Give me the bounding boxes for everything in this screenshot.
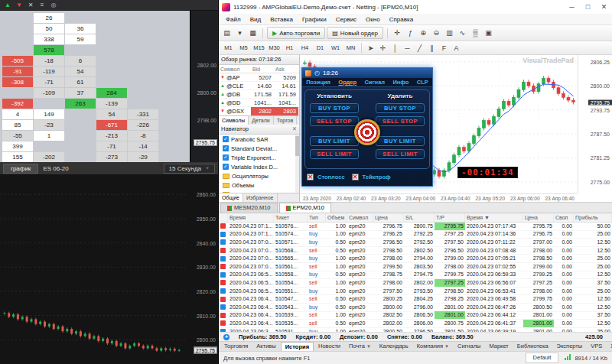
timeframe-H1[interactable]: H1 — [282, 43, 297, 53]
period-select[interactable]: 15 Секунда ▼ — [164, 164, 215, 174]
history-row[interactable]: 2020.04.23 07:0...510561...sell1.00epm20… — [219, 263, 612, 271]
cursor-icon[interactable]: ➤ — [365, 42, 376, 54]
navigator-item[interactable]: Объемы — [219, 180, 299, 190]
ladder-cell[interactable]: -119 — [34, 67, 64, 76]
titlebar[interactable]: 1132999 - AMPGlobalEU-Demo.Демо-счет - N… — [219, 0, 612, 14]
sell-limit-button[interactable]: SELL LIMIT — [310, 149, 359, 159]
timeframe-H4[interactable]: H4 — [298, 43, 312, 53]
history-column[interactable]: Время ▼ — [465, 213, 523, 222]
history-row[interactable]: 2020.04.23 07:0...510565...buy1.00epm202… — [219, 255, 612, 263]
checkbox-icon[interactable]: ✓ — [223, 154, 229, 161]
ladder-cell[interactable]: -23 — [34, 120, 64, 130]
ladder-cell[interactable] — [96, 45, 127, 55]
ladder-cell[interactable]: 54 — [65, 67, 96, 76]
ladder-cell[interactable]: -671 — [96, 120, 127, 130]
history-column[interactable]: S/L — [404, 213, 435, 222]
ladder-cell[interactable] — [96, 56, 127, 66]
toolbox-tab-История[interactable]: История — [281, 342, 314, 351]
chart-area[interactable]: VisualTradePad ◴ 18:26 ПозицияОрдерСигна… — [300, 55, 612, 202]
tradepad-tab-Позиция[interactable]: Позиция — [306, 79, 330, 86]
history-row[interactable]: 2020.04.23 06:4...510543...buy0.50epm202… — [219, 304, 612, 312]
chart-profiles-icon[interactable]: ▾ — [234, 27, 246, 39]
ladder-cell[interactable]: 263 — [65, 99, 96, 109]
ladder-cell[interactable] — [96, 77, 127, 87]
candles-view-icon[interactable]: ▥ — [444, 27, 455, 39]
profile-selector[interactable]: Default — [526, 353, 559, 363]
timeframe-M1[interactable]: M1 — [221, 43, 236, 53]
ladder-cell[interactable] — [2, 34, 33, 44]
ladder-cell[interactable] — [128, 77, 158, 87]
price-axis[interactable]: 2806.252800.002793.752787.502781.252775.… — [578, 55, 612, 193]
ladder-cell[interactable]: 85 — [2, 120, 33, 130]
buy-stop-button[interactable]: BUY STOP — [310, 103, 359, 113]
menu-Сервис[interactable]: Сервис — [331, 16, 361, 23]
ladder-cell[interactable]: -505 — [2, 56, 33, 66]
ladder-cell[interactable]: 4 — [2, 109, 33, 119]
history-column[interactable]: Объем — [326, 213, 347, 222]
zoom-in-icon[interactable]: ⊕ — [418, 27, 429, 39]
history-row[interactable]: 2020.04.23 06:5...510558...buy0.50epm202… — [219, 271, 612, 280]
ladder-cell[interactable]: 59 — [65, 34, 96, 44]
history-row[interactable]: 2020.04.23 06:4...510547...sell0.50epm20… — [219, 295, 612, 304]
ladder-cell[interactable]: -392 — [2, 99, 33, 109]
ladder-cell[interactable]: 155 — [2, 152, 33, 162]
navigator-item[interactable]: Билла Вильямса — [219, 190, 299, 193]
ladder-cell[interactable]: 36 — [65, 24, 96, 34]
chart-tab-EPM20,M10[interactable]: EPM20,M10 — [279, 203, 331, 213]
toolbox-tab-Маркет[interactable]: Маркет — [485, 342, 512, 351]
ladder-cell[interactable]: -91 — [2, 67, 33, 76]
toolbox-tab-Почта[interactable]: Почта▼ — [345, 342, 375, 351]
navigator-item[interactable]: ✓Parabolic SAR — [219, 135, 299, 144]
sell-limit-button[interactable]: SELL LIMIT — [376, 149, 425, 159]
ladder-cell[interactable]: 149 — [34, 109, 64, 119]
tradepad-tab-Сигнал[interactable]: Сигнал — [364, 79, 385, 86]
history-row[interactable]: 2020.04.23 06:4...510539...sell1.00epm20… — [219, 312, 612, 320]
ladder-cell[interactable]: -55 — [2, 131, 33, 141]
history-column[interactable]: Тип — [308, 213, 326, 222]
ladder-cell[interactable] — [34, 99, 64, 109]
ladder-cell[interactable] — [65, 131, 96, 141]
buy-limit-button[interactable]: BUY LIMIT — [376, 136, 425, 146]
ladder-cell[interactable]: 37 — [65, 88, 96, 98]
history-columns[interactable]: ВремяТикетТипОбъемСимволЦенаS/LT/PВремя … — [219, 213, 612, 223]
checkbox-icon[interactable]: ✓ — [223, 164, 229, 170]
stoploss-checkbox[interactable]: ✕ — [307, 174, 314, 180]
fibo-icon[interactable]: F — [438, 42, 450, 54]
menu-Графики[interactable]: Графики — [298, 16, 331, 23]
toolbox-tab-VPS[interactable]: VPS — [587, 342, 606, 351]
toolbox-tab-Библиотека[interactable]: Библиотека — [513, 342, 552, 351]
line-chart-icon[interactable]: ∿ — [457, 27, 468, 39]
toolbox-tab-Компания[interactable]: Компания▼ — [413, 342, 453, 351]
toolbox-tab-Активы[interactable]: Активы — [252, 342, 279, 351]
indicators-icon[interactable]: ƒ — [405, 27, 416, 39]
tradepad-tab-Инфо[interactable]: Инфо — [392, 79, 409, 86]
history-column[interactable] — [219, 213, 228, 222]
history-column[interactable]: Цена — [373, 213, 404, 222]
ladder-cell[interactable]: -139 — [96, 99, 127, 109]
ladder-cell[interactable]: -71 — [34, 77, 64, 87]
ladder-cell[interactable] — [128, 24, 158, 34]
close-button[interactable]: ✕ — [596, 0, 612, 14]
market-watch-row[interactable]: ▲@CLE14.6014.61 — [219, 82, 299, 90]
menu-icon[interactable]: ≡ — [38, 1, 46, 10]
link-icon[interactable]: ◎ — [50, 1, 57, 10]
tradepad-tab-Ордер[interactable]: Ордер — [338, 79, 356, 86]
ladder-cell[interactable]: 284 — [96, 88, 127, 98]
timeframe-M30[interactable]: M30 — [267, 43, 282, 53]
tab-chart[interactable]: график — [3, 164, 38, 174]
text-icon[interactable]: A — [451, 42, 462, 54]
sell-arrow-icon[interactable]: ▼ — [15, 1, 23, 10]
sell-stop-button[interactable]: SELL STOP — [376, 116, 425, 126]
autotrade-button[interactable]: ▶Авто-торговли — [267, 27, 325, 39]
navigator-item[interactable]: ✓Variable Index D... — [219, 162, 299, 171]
new-order-button[interactable]: ▤Новый ордер — [327, 27, 383, 39]
history-column[interactable]: Цена — [523, 213, 554, 222]
market-watch-tab-Детали[interactable]: Детали — [249, 116, 273, 125]
ladder-cell[interactable] — [65, 45, 96, 55]
price-ladder[interactable]: 26503633859578-505-186-91-11954-308-7161… — [0, 11, 190, 162]
scrollbar[interactable] — [295, 135, 299, 193]
ladder-cell[interactable]: -14 — [128, 141, 158, 151]
checkbox-icon[interactable]: ✓ — [223, 145, 229, 151]
ladder-cell[interactable]: -308 — [2, 77, 33, 87]
history-column[interactable]: Прибыль — [574, 213, 612, 222]
